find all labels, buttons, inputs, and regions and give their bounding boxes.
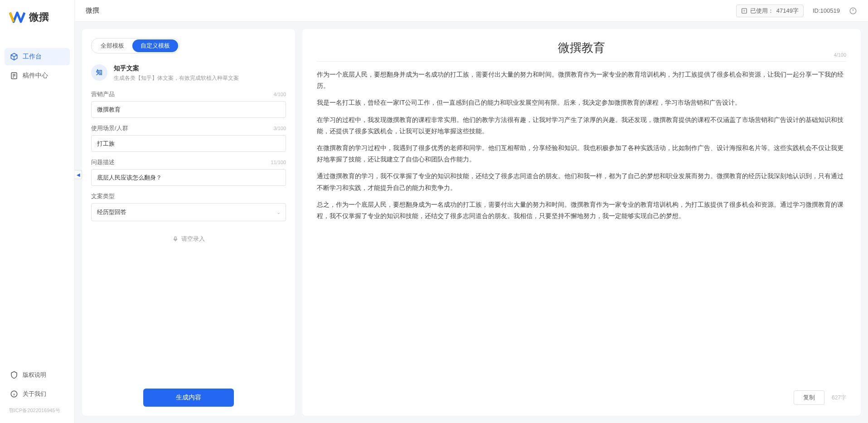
output-paragraph: 作为一个底层人民，要想翻身并成为一名成功的打工族，需要付出大量的努力和时间。微撰… bbox=[317, 69, 846, 92]
output-title-row: 微撰教育 4/100 bbox=[317, 40, 846, 62]
sidebar: 微撰 工作台 稿件中心 版权说明 bbox=[0, 0, 75, 423]
cube-icon bbox=[10, 53, 18, 61]
output-paragraph: 总之，作为一个底层人民，要想翻身成为一名成功的打工族，需要付出大量的努力和时间。… bbox=[317, 199, 846, 222]
voice-input-label: 请空录入 bbox=[181, 235, 205, 243]
logo-text: 微撰 bbox=[29, 10, 49, 24]
generate-button[interactable]: 生成内容 bbox=[143, 389, 234, 407]
template-tabs: 全部模板 自定义模板 bbox=[91, 38, 179, 53]
icp-text: 鄂ICP备2022016945号 bbox=[0, 403, 74, 414]
sidebar-bottom: 版权说明 关于我们 bbox=[0, 366, 74, 403]
page-title: 微撰 bbox=[86, 6, 99, 15]
nav-item-about[interactable]: 关于我们 bbox=[5, 385, 70, 403]
output-panel: 微撰教育 4/100 作为一个底层人民，要想翻身并成为一名成功的打工族，需要付出… bbox=[302, 29, 861, 416]
usage-badge[interactable]: T 已使用： 47149字 bbox=[736, 5, 804, 17]
tab-all-templates[interactable]: 全部模板 bbox=[92, 39, 132, 52]
nav-item-label: 稿件中心 bbox=[23, 72, 48, 80]
field-problem: 问题描述 11/100 bbox=[91, 158, 286, 186]
nav-item-copyright[interactable]: 版权说明 bbox=[5, 366, 70, 384]
output-paragraph: 通过微撰教育的学习，我不仅掌握了专业的知识和技能，还结交了很多志同道合的朋友。他… bbox=[317, 170, 846, 193]
text-icon: T bbox=[741, 8, 747, 14]
field-label: 使用场景/人群 bbox=[91, 124, 128, 132]
template-title: 知乎文案 bbox=[114, 64, 239, 73]
info-icon bbox=[10, 390, 18, 398]
output-paragraph: 我是一名打工族，曾经在一家IT公司工作，但一直感到自己的能力和职业发展空间有限。… bbox=[317, 97, 846, 108]
logo: 微撰 bbox=[0, 9, 74, 39]
output-footer: 复制 627字 bbox=[317, 384, 846, 405]
sidebar-collapse-toggle[interactable]: ◀ bbox=[75, 170, 82, 179]
topbar: 微撰 T 已使用： 47149字 ID:100519 bbox=[75, 0, 868, 22]
tab-custom-templates[interactable]: 自定义模板 bbox=[132, 39, 178, 52]
field-label: 文案类型 bbox=[91, 192, 115, 200]
type-select[interactable]: 经历型回答 bbox=[91, 203, 286, 221]
field-scene: 使用场景/人群 3/100 bbox=[91, 124, 286, 152]
power-icon[interactable] bbox=[849, 7, 857, 15]
template-icon: 知 bbox=[91, 64, 107, 81]
template-desc: 生成各类【知乎】体文案，有效完成软植入种草文案 bbox=[114, 74, 239, 82]
scene-input[interactable] bbox=[91, 135, 286, 152]
copy-button[interactable]: 复制 bbox=[794, 390, 824, 405]
svg-text:T: T bbox=[743, 9, 746, 12]
mic-icon bbox=[172, 236, 179, 242]
svg-rect-5 bbox=[175, 237, 176, 240]
content: 全部模板 自定义模板 知 知乎文案 生成各类【知乎】体文案，有效完成软植入种草文… bbox=[75, 22, 868, 423]
output-title-counter: 4/100 bbox=[834, 52, 846, 58]
user-id: ID:100519 bbox=[813, 7, 840, 14]
usage-value: 47149字 bbox=[776, 7, 799, 15]
word-count: 627字 bbox=[832, 394, 846, 402]
field-label: 问题描述 bbox=[91, 158, 115, 166]
logo-icon bbox=[9, 9, 25, 25]
template-card: 知 知乎文案 生成各类【知乎】体文案，有效完成软植入种草文案 bbox=[91, 61, 286, 90]
field-counter: 3/100 bbox=[273, 126, 286, 131]
nav: 工作台 稿件中心 bbox=[0, 48, 74, 366]
nav-item-label: 工作台 bbox=[23, 53, 42, 61]
nav-item-label: 关于我们 bbox=[23, 390, 46, 398]
chevron-left-icon: ◀ bbox=[77, 172, 80, 177]
topbar-right: T 已使用： 47149字 ID:100519 bbox=[736, 5, 857, 17]
form-panel: 全部模板 自定义模板 知 知乎文案 生成各类【知乎】体文案，有效完成软植入种草文… bbox=[82, 29, 295, 416]
product-input[interactable] bbox=[91, 101, 286, 118]
field-type: 文案类型 经历型回答 ⌄ bbox=[91, 192, 286, 221]
field-label: 营销产品 bbox=[91, 90, 115, 98]
output-paragraph: 在学习的过程中，我发现微撰教育的课程非常实用。他们的教学方法很有趣，让我对学习产… bbox=[317, 114, 846, 137]
output-title: 微撰教育 bbox=[317, 40, 846, 56]
shield-icon bbox=[10, 371, 18, 379]
main: ◀ 微撰 T 已使用： 47149字 ID:100519 bbox=[75, 0, 868, 423]
voice-input-button[interactable]: 请空录入 bbox=[91, 230, 286, 248]
output-body: 作为一个底层人民，要想翻身并成为一名成功的打工族，需要付出大量的努力和时间。微撰… bbox=[317, 69, 846, 384]
field-product: 营销产品 4/100 bbox=[91, 90, 286, 118]
nav-item-drafts[interactable]: 稿件中心 bbox=[5, 67, 70, 84]
output-paragraph: 在微撰教育的学习过程中，我遇到了很多优秀的老师和同学。他们互相帮助，分享经验和知… bbox=[317, 142, 846, 165]
field-counter: 11/100 bbox=[271, 160, 286, 165]
field-counter: 4/100 bbox=[273, 92, 286, 97]
document-icon bbox=[10, 72, 18, 80]
problem-input[interactable] bbox=[91, 169, 286, 186]
nav-item-workspace[interactable]: 工作台 bbox=[5, 48, 70, 65]
usage-prefix: 已使用： bbox=[750, 7, 774, 15]
template-info: 知乎文案 生成各类【知乎】体文案，有效完成软植入种草文案 bbox=[114, 64, 239, 82]
nav-item-label: 版权说明 bbox=[23, 371, 46, 379]
